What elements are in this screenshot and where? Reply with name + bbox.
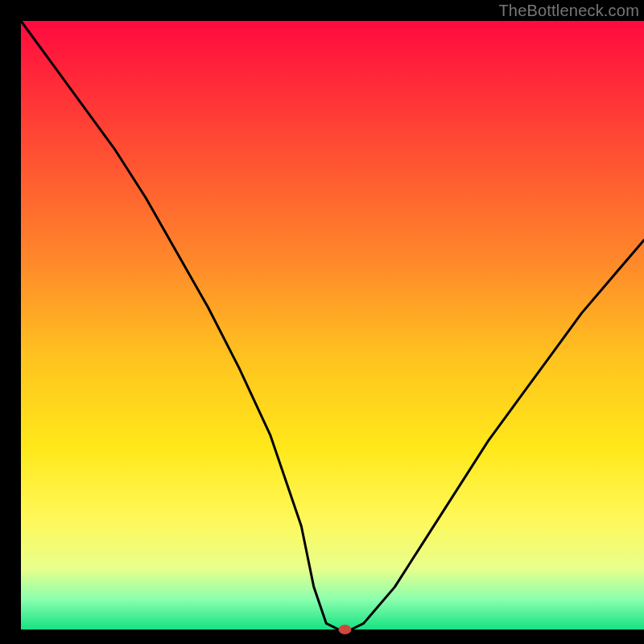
chart-root: TheBottleneck.com [0,0,644,644]
bottleneck-chart [0,0,644,644]
optimum-marker [338,625,351,634]
watermark-text: TheBottleneck.com [498,2,639,20]
plot-area [21,21,644,630]
